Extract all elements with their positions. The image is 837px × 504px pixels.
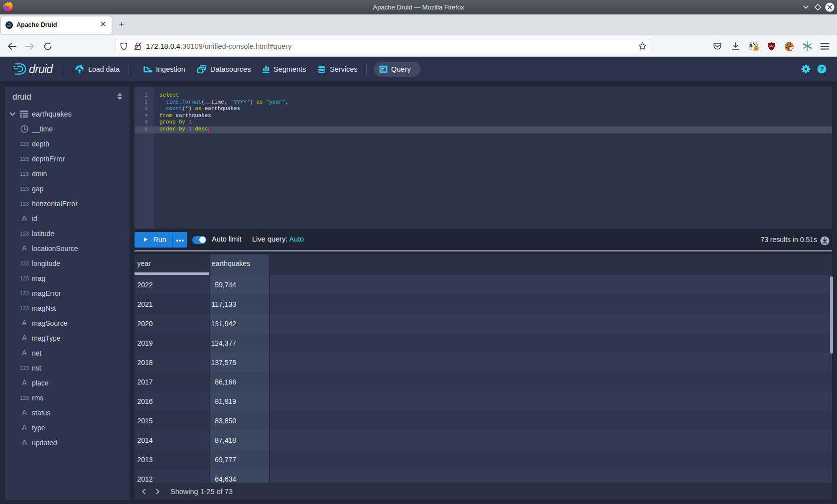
svg-text:UO: UO <box>769 44 773 47</box>
svg-text:?: ? <box>820 65 824 73</box>
